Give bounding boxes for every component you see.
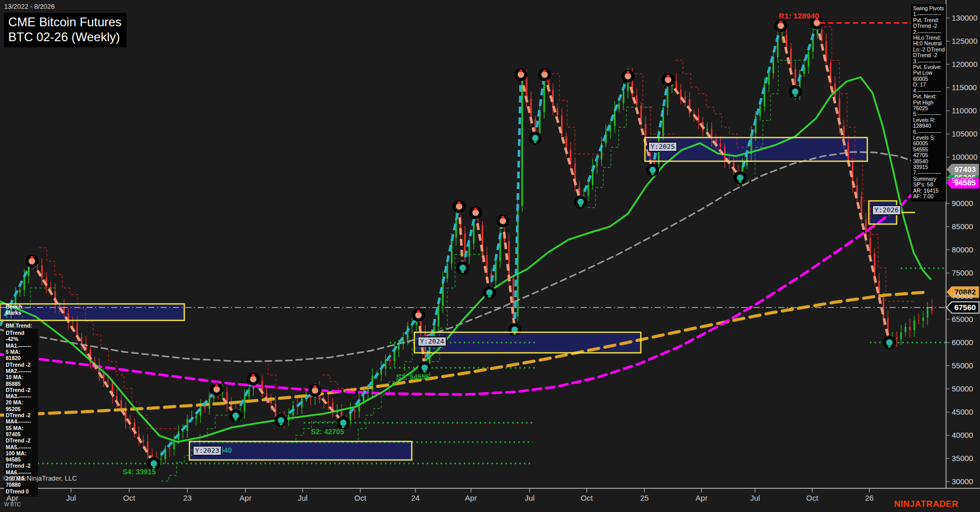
benchmarks-line: 97405 <box>6 431 38 437</box>
chart-window: 9520597403945857088267560 13/2022 - 8/20… <box>0 0 980 512</box>
benchmarks-line: 94585 <box>6 456 38 463</box>
swing-marker-dot <box>794 94 797 97</box>
copyright-notice: © 2026 NinjaTrader, LLC <box>3 474 77 482</box>
swing-zigzag-leg <box>521 75 535 138</box>
swing-marker-core <box>737 175 743 181</box>
swing-zigzag-leg <box>781 26 795 92</box>
support-level-label: S4: 33915 <box>122 468 156 476</box>
time-axis-label: Apr <box>465 493 477 502</box>
swing-marker-dot <box>651 173 654 176</box>
year-range-box-fill <box>414 332 641 353</box>
time-axis-label: Jul <box>750 493 760 502</box>
swing-marker-dot <box>519 70 522 73</box>
benchmarks-line: 55 MA: <box>6 425 38 431</box>
swing-marker-dot <box>234 418 237 421</box>
time-axis-label: Apr <box>695 493 707 502</box>
benchmarks-line: DTrend -42% <box>6 330 38 343</box>
swing-marker-core <box>340 419 346 425</box>
swing-marker-dot <box>739 180 742 183</box>
time-axis-label: Jul <box>66 493 76 502</box>
swing-marker-dot <box>534 141 537 144</box>
benchmarks-line: 81820 <box>6 355 38 361</box>
benchmarks-line: DTrend -2 <box>6 412 38 418</box>
price-axis-label: 110000 <box>952 106 977 115</box>
trailing-stop-steps <box>824 27 914 301</box>
trailing-stop-steps <box>39 248 179 429</box>
chart-title-line1: CME Bitcoin Futures <box>8 14 121 29</box>
swing-pivots-line: D: 17 <box>913 82 945 88</box>
swing-marker-dot <box>579 204 582 208</box>
swing-marker-dot <box>458 201 461 204</box>
ma-line-100-ma <box>0 183 922 395</box>
swing-marker-core <box>415 312 422 318</box>
benchmarks-line: 95205 <box>6 406 38 412</box>
time-axis-label: Oct <box>806 493 818 502</box>
benchmarks-line: DTrend -2 <box>6 437 38 443</box>
swing-marker-core <box>650 167 656 173</box>
price-axis-label: 90000 <box>952 199 973 208</box>
time-axis-label: 25 <box>640 493 649 502</box>
swing-marker-dot <box>474 208 477 211</box>
benchmarks-line: MA5.------- <box>6 444 38 450</box>
swing-pivots-line: Pvt. Next: <box>913 94 945 99</box>
swing-marker-core <box>500 218 506 224</box>
price-axis-label: 85000 <box>952 222 973 231</box>
trailing-stop-steps <box>260 362 306 388</box>
benchmarks-line: MA3.------- <box>6 393 38 399</box>
trailing-stop-steps <box>552 74 605 154</box>
swing-marker-dot <box>779 21 782 24</box>
benchmarks-line: DTrend -2 <box>6 463 38 469</box>
chart-title-line2: BTC 02-26 (Weekly) <box>8 29 121 44</box>
benchmarks-line: MA4.------- <box>6 418 38 424</box>
price-tag-value: 67560 <box>954 303 976 312</box>
price-axis-label: 30000 <box>952 477 973 486</box>
benchmarks-line: MA2.------- <box>6 368 38 374</box>
benchmarks-line: DTrend -2 <box>6 362 38 368</box>
swing-marker-core <box>518 72 524 78</box>
time-axis-label: Apr <box>6 493 18 502</box>
time-axis-label: Jul <box>524 493 534 502</box>
price-axis-label: 125000 <box>952 37 977 45</box>
year-range-label: Y:2025 <box>648 142 677 152</box>
ninjatrader-logo: NINJATRADER <box>894 499 958 509</box>
swing-marker-dot <box>417 310 420 313</box>
benchmarks-line: ------------- <box>4 316 38 322</box>
support-level-label: S1: 54555 <box>396 373 430 381</box>
benchmarks-legend: Bench Marks-------------BM Trend: DTrend… <box>4 303 38 497</box>
time-axis-label: Oct <box>354 493 366 502</box>
price-axis-label: 95000 <box>952 176 973 184</box>
swing-marker-core <box>665 77 671 83</box>
benchmarks-line: 20 MA: <box>6 399 38 405</box>
price-axis-label: 75000 <box>952 268 973 277</box>
swing-pivots-line: SP's: 58 <box>913 182 945 187</box>
swing-zigzag-leg <box>545 75 581 202</box>
swing-marker-core <box>456 203 462 210</box>
swing-marker-dot <box>215 384 218 387</box>
price-axis-label: 115000 <box>952 83 977 92</box>
price-axis-label: 60000 <box>952 338 973 347</box>
swing-marker-dot <box>626 71 629 74</box>
benchmarks-line: 85885 <box>6 381 38 387</box>
swing-marker-dot <box>313 385 317 388</box>
time-axis-label: 24 <box>411 493 420 502</box>
price-axis-label: 105000 <box>952 129 977 138</box>
swing-pivots-panel: Swing Pivots1.-------------Pvt. Trend:DT… <box>911 4 946 201</box>
benchmarks-line: BM Trend: <box>4 322 38 329</box>
swing-zigzag-leg <box>581 76 628 202</box>
chart-canvas[interactable]: 9520597403945857088267560 <box>0 0 980 512</box>
price-axis-label: 120000 <box>952 60 977 69</box>
price-axis-label: 130000 <box>952 13 977 22</box>
time-axis-label: Jul <box>297 493 307 502</box>
benchmarks-line: 100 MA: <box>6 450 38 456</box>
resistance-r1-label: R1: 128940 <box>779 11 819 20</box>
ma-line-55-ma <box>0 152 927 362</box>
price-axis-label: 55000 <box>952 361 973 370</box>
price-axis-label: 50000 <box>952 384 973 393</box>
swing-marker-dot <box>501 216 504 219</box>
year-range-box-fill <box>645 138 867 161</box>
swing-marker-core <box>792 89 798 95</box>
swing-marker-dot <box>667 75 670 78</box>
price-axis-label: 35000 <box>952 454 973 463</box>
benchmarks-line: 70880 <box>6 482 38 488</box>
time-axis-label: Oct <box>581 493 592 502</box>
